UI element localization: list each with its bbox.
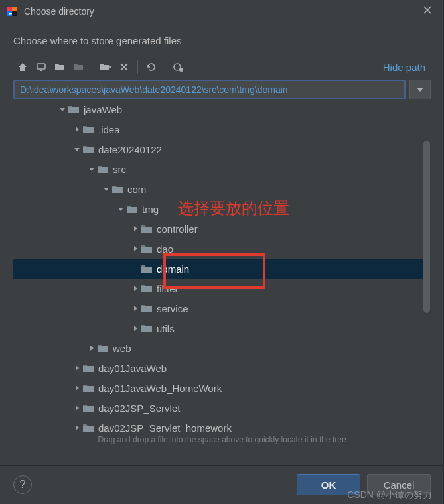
folder-icon bbox=[141, 244, 153, 253]
folder-icon bbox=[111, 184, 123, 194]
folder-icon bbox=[141, 324, 153, 333]
tree-row-service[interactable]: service bbox=[13, 298, 431, 318]
chevron-right-icon[interactable] bbox=[130, 225, 141, 232]
svg-rect-6 bbox=[40, 70, 42, 71]
ok-button[interactable]: OK bbox=[297, 474, 360, 495]
chevron-right-icon[interactable] bbox=[72, 405, 82, 411]
chevron-right-icon[interactable] bbox=[130, 285, 141, 292]
close-icon[interactable] bbox=[417, 3, 437, 20]
chevron-right-icon[interactable] bbox=[72, 365, 82, 371]
folder-icon bbox=[97, 164, 109, 174]
new-folder-icon[interactable] bbox=[96, 58, 115, 76]
title-bar: Choose directory bbox=[0, 0, 444, 23]
folder-icon bbox=[82, 125, 94, 134]
tree-item-label: date20240122 bbox=[98, 144, 162, 155]
dialog-prompt: Choose where to store generated files bbox=[0, 23, 444, 56]
project-icon[interactable] bbox=[50, 58, 69, 76]
tree-row-day02JSP-Servlet-homework[interactable]: day02JSP_Servlet_homework bbox=[13, 418, 431, 432]
folder-icon bbox=[126, 204, 138, 214]
tree-item-label: utils bbox=[157, 323, 175, 334]
tree-row-dao[interactable]: dao bbox=[13, 239, 431, 259]
tree-row-javaWeb[interactable]: javaWeb bbox=[13, 105, 431, 119]
tree-row-day02JSP-Servlet[interactable]: day02JSP_Servlet bbox=[13, 398, 431, 418]
tree-row-src[interactable]: src bbox=[13, 159, 431, 179]
dialog-footer: ? OK Cancel bbox=[0, 465, 444, 504]
tree-row-day01JavaWeb[interactable]: day01JavaWeb bbox=[13, 358, 431, 378]
tree-row-controller[interactable]: controller bbox=[13, 219, 431, 239]
folder-icon bbox=[82, 423, 94, 432]
folder-icon bbox=[97, 344, 109, 353]
tree-item-label: .idea bbox=[98, 124, 120, 135]
toolbar: Hide path bbox=[0, 56, 444, 80]
svg-rect-5 bbox=[37, 64, 45, 69]
tree-row--idea[interactable]: .idea bbox=[13, 119, 431, 139]
tree-item-label: domain bbox=[157, 263, 189, 275]
tree-item-label: src bbox=[113, 164, 126, 175]
chevron-down-icon[interactable] bbox=[115, 206, 126, 212]
home-icon[interactable] bbox=[13, 58, 32, 76]
delete-icon[interactable] bbox=[115, 58, 133, 76]
tree-item-label: dao bbox=[157, 243, 173, 255]
chevron-right-icon[interactable] bbox=[130, 325, 141, 332]
tree-item-label: javaWeb bbox=[84, 105, 122, 115]
folder-icon bbox=[141, 264, 153, 273]
svg-rect-1 bbox=[7, 7, 12, 11]
chevron-right-icon[interactable] bbox=[72, 424, 82, 431]
drag-drop-hint: Drag and drop a file into the space abov… bbox=[0, 432, 444, 444]
chevron-down-icon[interactable] bbox=[72, 146, 82, 153]
scrollbar-thumb[interactable] bbox=[423, 141, 430, 313]
folder-icon bbox=[82, 383, 94, 393]
tree-row-filtter[interactable]: filtter bbox=[13, 279, 431, 298]
path-input[interactable] bbox=[13, 80, 406, 99]
tree-item-label: tmg bbox=[142, 204, 159, 215]
chevron-down-icon[interactable] bbox=[101, 186, 111, 192]
scrollbar[interactable] bbox=[423, 105, 431, 432]
path-history-dropdown[interactable] bbox=[409, 80, 431, 99]
folder-icon bbox=[68, 105, 80, 114]
toolbar-separator bbox=[92, 60, 92, 74]
svg-rect-2 bbox=[12, 7, 17, 11]
tree-item-label: filtter bbox=[157, 283, 179, 294]
tree-item-label: day02JSP_Servlet_homework bbox=[98, 422, 232, 433]
folder-icon bbox=[141, 284, 153, 293]
tree-row-date20240122[interactable]: date20240122 bbox=[13, 139, 431, 159]
svg-point-8 bbox=[179, 68, 183, 72]
directory-tree[interactable]: javaWeb.ideadate20240122srccomtmgcontrol… bbox=[13, 105, 431, 432]
tree-item-label: day02JSP_Servlet bbox=[98, 403, 180, 414]
chevron-right-icon[interactable] bbox=[130, 305, 141, 312]
desktop-icon[interactable] bbox=[32, 58, 50, 76]
tree-item-label: service bbox=[157, 303, 188, 314]
tree-row-domain[interactable]: domain bbox=[13, 259, 431, 279]
tree-item-label: day01JavaWeb_HomeWork bbox=[98, 383, 222, 394]
tree-row-tmg[interactable]: tmg bbox=[13, 199, 431, 219]
chevron-down-icon[interactable] bbox=[57, 106, 68, 113]
chevron-right-icon[interactable] bbox=[72, 126, 82, 133]
folder-icon bbox=[82, 145, 94, 154]
tree-item-label: controller bbox=[157, 223, 198, 235]
hide-path-link[interactable]: Hide path bbox=[383, 62, 431, 73]
tree-item-label: com bbox=[127, 184, 146, 195]
tree-row-com[interactable]: com bbox=[13, 179, 431, 199]
window-title: Choose directory bbox=[24, 6, 417, 17]
cancel-button[interactable]: Cancel bbox=[367, 474, 431, 495]
folder-icon bbox=[141, 304, 153, 313]
folder-icon bbox=[82, 363, 94, 373]
module-icon[interactable] bbox=[69, 58, 88, 76]
tree-row-web[interactable]: web bbox=[13, 338, 431, 358]
tree-row-utils[interactable]: utils bbox=[13, 318, 431, 338]
intellij-icon bbox=[7, 6, 17, 17]
tree-item-label: web bbox=[113, 343, 131, 354]
path-row bbox=[0, 80, 444, 105]
chevron-right-icon[interactable] bbox=[86, 345, 97, 351]
chevron-right-icon[interactable] bbox=[72, 385, 82, 391]
folder-icon bbox=[141, 224, 153, 233]
help-button[interactable]: ? bbox=[13, 475, 32, 494]
tree-row-day01JavaWeb-HomeWork[interactable]: day01JavaWeb_HomeWork bbox=[13, 378, 431, 398]
show-hidden-icon[interactable] bbox=[169, 58, 188, 76]
svg-rect-4 bbox=[9, 13, 12, 15]
refresh-icon[interactable] bbox=[142, 58, 161, 76]
chevron-right-icon[interactable] bbox=[130, 245, 141, 252]
tree-item-label: day01JavaWeb bbox=[98, 363, 167, 374]
folder-icon bbox=[82, 403, 94, 412]
chevron-down-icon[interactable] bbox=[86, 166, 97, 172]
